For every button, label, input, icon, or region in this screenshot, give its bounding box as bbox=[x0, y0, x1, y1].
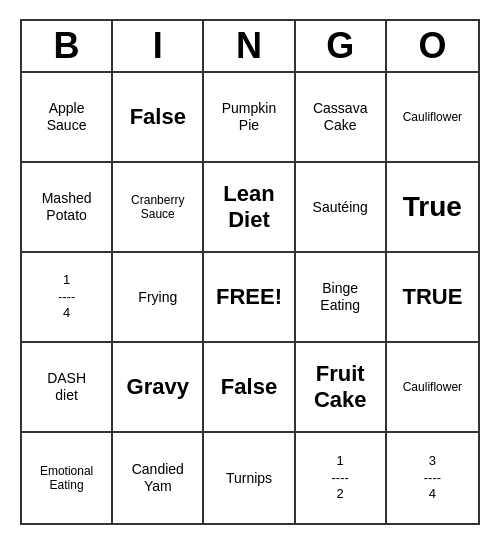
header-n: N bbox=[204, 21, 295, 71]
bingo-cell-22: Turnips bbox=[204, 433, 295, 523]
bingo-cell-10: 1----4 bbox=[22, 253, 113, 343]
header-i: I bbox=[113, 21, 204, 71]
header-g: G bbox=[296, 21, 387, 71]
bingo-cell-14: TRUE bbox=[387, 253, 478, 343]
bingo-cell-20: Emotional Eating bbox=[22, 433, 113, 523]
bingo-cell-11: Frying bbox=[113, 253, 204, 343]
bingo-cell-12: FREE! bbox=[204, 253, 295, 343]
bingo-cell-19: Cauliflower bbox=[387, 343, 478, 433]
bingo-cell-0: Apple Sauce bbox=[22, 73, 113, 163]
header-b: B bbox=[22, 21, 113, 71]
header-o: O bbox=[387, 21, 478, 71]
bingo-cell-1: False bbox=[113, 73, 204, 163]
bingo-cell-9: True bbox=[387, 163, 478, 253]
bingo-cell-23: 1----2 bbox=[296, 433, 387, 523]
bingo-cell-2: Pumpkin Pie bbox=[204, 73, 295, 163]
bingo-cell-18: Fruit Cake bbox=[296, 343, 387, 433]
bingo-cell-17: False bbox=[204, 343, 295, 433]
bingo-cell-13: Binge Eating bbox=[296, 253, 387, 343]
bingo-cell-8: Sautéing bbox=[296, 163, 387, 253]
bingo-cell-21: Candied Yam bbox=[113, 433, 204, 523]
bingo-cell-6: Cranberry Sauce bbox=[113, 163, 204, 253]
bingo-header: B I N G O bbox=[22, 21, 478, 73]
bingo-grid: Apple SauceFalsePumpkin PieCassava CakeC… bbox=[22, 73, 478, 523]
bingo-cell-5: Mashed Potato bbox=[22, 163, 113, 253]
bingo-cell-3: Cassava Cake bbox=[296, 73, 387, 163]
bingo-cell-24: 3----4 bbox=[387, 433, 478, 523]
bingo-cell-16: Gravy bbox=[113, 343, 204, 433]
bingo-card: B I N G O Apple SauceFalsePumpkin PieCas… bbox=[20, 19, 480, 525]
bingo-cell-15: DASH diet bbox=[22, 343, 113, 433]
bingo-cell-4: Cauliflower bbox=[387, 73, 478, 163]
bingo-cell-7: Lean Diet bbox=[204, 163, 295, 253]
